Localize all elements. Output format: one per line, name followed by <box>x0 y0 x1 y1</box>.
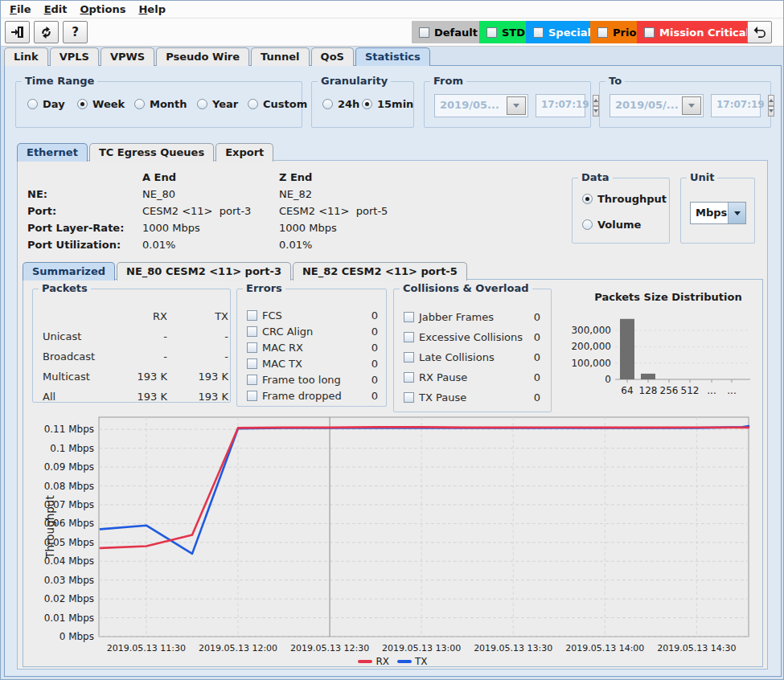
jabber-frames-checkbox[interactable] <box>404 312 414 322</box>
tab-ne80-port3[interactable]: NE_80 CESM2 <11> port-3 <box>117 262 291 281</box>
radio-day[interactable]: Day <box>27 98 65 110</box>
day-radio-icon[interactable] <box>27 99 38 109</box>
tab-vpls[interactable]: VPLS <box>50 47 99 66</box>
from-time-down-icon[interactable] <box>593 106 599 117</box>
granularity-title: Granularity <box>318 75 391 87</box>
granularity-24h-radio-icon[interactable] <box>322 99 333 109</box>
badge-std[interactable]: STD <box>479 21 532 43</box>
month-radio-icon[interactable] <box>134 99 145 109</box>
from-date-dropdown-icon[interactable] <box>507 96 526 115</box>
tab-qos[interactable]: QoS <box>311 47 354 66</box>
port-utilization-z-value: 0.01% <box>279 239 312 251</box>
tab-vpws[interactable]: VPWS <box>101 47 154 66</box>
svg-text:2019.05.13 14:00: 2019.05.13 14:00 <box>565 643 644 653</box>
to-time-down-icon[interactable] <box>768 106 774 117</box>
svg-text:512: 512 <box>681 385 700 396</box>
port-layer-rate-a-value: 1000 Mbps <box>142 222 200 234</box>
granularity-15min-radio-icon[interactable] <box>362 99 372 109</box>
packets-col-rx: RX <box>121 307 167 326</box>
port-utilization-a-value: 0.01% <box>142 239 175 251</box>
radio-year[interactable]: Year <box>197 98 238 110</box>
svg-text:0 Mbps: 0 Mbps <box>60 631 94 642</box>
to-time-spinner[interactable]: 17:07:19 <box>711 94 761 117</box>
exit-button[interactable] <box>5 21 30 43</box>
badge-special[interactable]: Special <box>526 21 598 43</box>
radio-24h[interactable]: 24h <box>322 98 359 110</box>
tab-ethernet[interactable]: Ethernet <box>17 143 88 162</box>
tab-pseudo-wire[interactable]: Pseudo Wire <box>156 47 249 66</box>
menu-options[interactable]: Options <box>76 2 135 17</box>
radio-week[interactable]: Week <box>77 98 125 110</box>
mission-critical-checkbox[interactable] <box>644 27 655 38</box>
svg-text:0.01 Mbps: 0.01 Mbps <box>44 612 94 624</box>
to-time-up-icon[interactable] <box>768 95 774 106</box>
tx-pause-value: 0 <box>534 391 540 403</box>
from-time-up-icon[interactable] <box>593 95 599 106</box>
from-date-combo[interactable]: 2019/05... <box>434 94 528 117</box>
refresh-button[interactable] <box>34 21 59 43</box>
port-label: Port: <box>27 205 56 217</box>
throughput-radio-icon[interactable] <box>582 194 593 204</box>
granularity-15min-label: 15min <box>377 98 413 110</box>
undo-button[interactable] <box>747 21 772 43</box>
tab-tunnel[interactable]: Tunnel <box>251 47 309 66</box>
radio-throughput[interactable]: Throughput <box>582 193 667 205</box>
mac-rx-checkbox[interactable] <box>247 342 257 353</box>
frame-too-long-checkbox[interactable] <box>247 375 257 385</box>
fcs-checkbox[interactable] <box>247 310 257 321</box>
rx-pause-checkbox[interactable] <box>404 372 414 383</box>
tab-ne82-port5[interactable]: NE_82 CESM2 <11> port-5 <box>293 262 467 281</box>
badge-prio[interactable]: Prio <box>590 21 643 43</box>
table-row-broadcast: Broadcast - - <box>43 347 228 366</box>
mac-tx-checkbox[interactable] <box>247 358 257 369</box>
week-radio-icon[interactable] <box>77 99 88 109</box>
packets-table: RX TX Unicast - - Broadcast - - <box>41 305 230 408</box>
error-row-mac-rx: MAC RX 0 <box>247 342 378 354</box>
help-button[interactable]: ? <box>63 21 88 43</box>
frame-dropped-checkbox[interactable] <box>247 391 257 401</box>
radio-month[interactable]: Month <box>134 98 187 110</box>
year-radio-icon[interactable] <box>197 99 207 109</box>
std-checkbox[interactable] <box>486 27 497 38</box>
badge-default[interactable]: Default <box>412 21 485 43</box>
radio-custom[interactable]: Custom <box>248 98 307 110</box>
tab-tc-egress-queues[interactable]: TC Egress Queues <box>89 143 214 162</box>
tab-statistics[interactable]: Statistics <box>355 47 430 66</box>
default-checkbox[interactable] <box>419 27 429 38</box>
packets-col-tx: TX <box>169 307 228 326</box>
crc-align-checkbox[interactable] <box>247 326 257 337</box>
port-utilization-label: Port Utilization: <box>27 239 121 251</box>
menu-file[interactable]: File <box>6 2 40 17</box>
to-date-combo[interactable]: 2019/05/... <box>610 94 704 117</box>
frame-too-long-label: Frame too long <box>262 374 341 386</box>
tab-summarized[interactable]: Summarized <box>23 262 115 281</box>
unit-combo[interactable]: Mbps <box>690 202 746 224</box>
ne-a-value: NE_80 <box>142 188 175 200</box>
tx-pause-checkbox[interactable] <box>404 392 414 403</box>
special-checkbox[interactable] <box>533 27 544 38</box>
radio-volume[interactable]: Volume <box>582 219 641 231</box>
to-date-dropdown-icon[interactable] <box>682 96 701 115</box>
menu-help[interactable]: Help <box>134 2 174 17</box>
unit-dropdown-icon[interactable] <box>728 203 745 223</box>
fcs-value: 0 <box>371 309 378 322</box>
excessive-collisions-checkbox[interactable] <box>404 332 414 342</box>
from-time-spinner[interactable]: 17:07:19 <box>536 94 585 117</box>
prio-checkbox[interactable] <box>597 27 608 38</box>
legend-item-tx: TX <box>397 656 428 667</box>
errors-group: Errors FCS 0 CRC Align 0 MAC RX 0 <box>236 289 387 407</box>
badge-mission-critical[interactable]: Mission Critical <box>637 21 757 43</box>
svg-text:...: ... <box>727 385 736 396</box>
all-tx: 193 K <box>169 387 228 406</box>
volume-radio-icon[interactable] <box>582 219 593 230</box>
tab-export[interactable]: Export <box>215 143 273 162</box>
unit-group-title: Unit <box>687 171 717 183</box>
tab-link[interactable]: Link <box>4 47 48 66</box>
ethernet-tab-strip: EthernetTC Egress QueuesExport <box>17 143 275 162</box>
unicast-label: Unicast <box>43 327 119 346</box>
custom-radio-icon[interactable] <box>248 99 258 109</box>
radio-15min[interactable]: 15min <box>362 98 413 110</box>
menu-edit[interactable]: Edit <box>40 2 76 17</box>
svg-text:100,000: 100,000 <box>571 358 611 369</box>
late-collisions-checkbox[interactable] <box>404 352 414 363</box>
